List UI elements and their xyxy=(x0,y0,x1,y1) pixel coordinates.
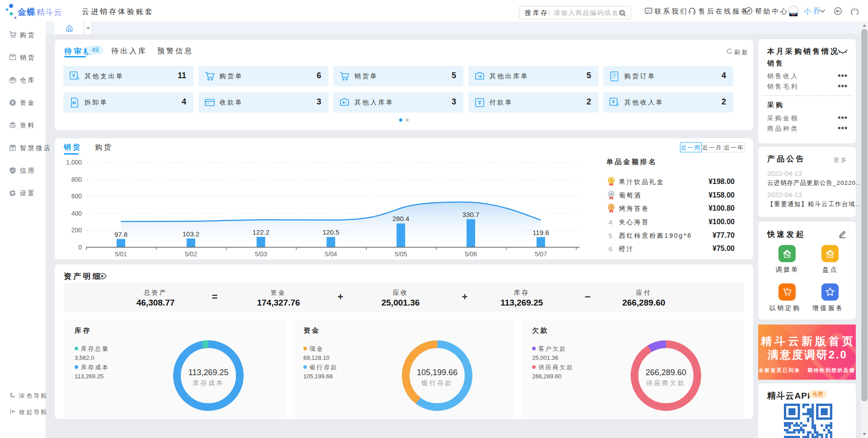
svg-text:113,269.25: 113,269.25 xyxy=(189,368,229,377)
svg-text:5/06: 5/06 xyxy=(465,250,477,258)
svg-text:1,000: 1,000 xyxy=(66,159,82,166)
svg-text:600: 600 xyxy=(71,193,82,200)
svg-text:330.7: 330.7 xyxy=(462,211,480,218)
svg-text:97.8: 97.8 xyxy=(114,231,127,238)
svg-text:200: 200 xyxy=(71,226,82,234)
svg-text:银行存款: 银行存款 xyxy=(421,379,453,386)
svg-text:5/04: 5/04 xyxy=(325,250,337,258)
svg-text:119.6: 119.6 xyxy=(533,229,549,236)
svg-text:800: 800 xyxy=(71,176,82,183)
svg-text:供应商欠款: 供应商欠款 xyxy=(646,379,686,386)
svg-text:400: 400 xyxy=(71,210,82,217)
svg-text:2: 2 xyxy=(610,192,613,196)
svg-text:5/03: 5/03 xyxy=(255,250,267,258)
svg-text:5/07: 5/07 xyxy=(535,250,547,258)
svg-text:120.5: 120.5 xyxy=(322,228,340,236)
svg-text:3: 3 xyxy=(610,205,613,209)
svg-text:5/01: 5/01 xyxy=(115,250,127,258)
svg-text:1: 1 xyxy=(610,179,613,183)
svg-text:280.4: 280.4 xyxy=(392,215,410,222)
svg-text:105,199.66: 105,199.66 xyxy=(417,368,458,377)
svg-text:0: 0 xyxy=(78,244,82,251)
svg-text:5/05: 5/05 xyxy=(395,250,407,258)
svg-text:库存成本: 库存成本 xyxy=(193,379,224,386)
svg-text:103.2: 103.2 xyxy=(183,230,200,238)
svg-text:266,289.60: 266,289.60 xyxy=(646,368,686,377)
svg-text:122.2: 122.2 xyxy=(252,228,269,236)
svg-text:5/02: 5/02 xyxy=(185,250,197,258)
